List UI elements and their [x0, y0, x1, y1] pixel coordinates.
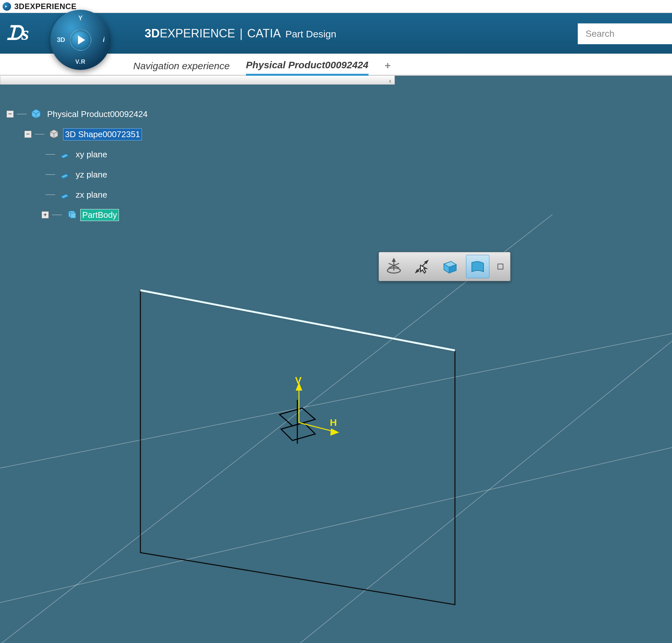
collapse-icon[interactable]: − — [24, 131, 32, 138]
sketch-plane — [140, 291, 455, 605]
svg-marker-29 — [420, 265, 426, 273]
viewport-3d[interactable]: V H − Physical Product00092424 − 3D Shap… — [0, 85, 672, 643]
tree-plane-xy[interactable]: xy plane — [46, 144, 149, 165]
brand-light: EXPERIENCE — [160, 27, 235, 40]
compass-play-button[interactable] — [70, 29, 91, 51]
box-icon — [441, 257, 459, 276]
tree-root-label[interactable]: Physical Product00092424 — [46, 109, 149, 120]
tree-plane-yz[interactable]: yz plane — [46, 165, 149, 185]
svg-marker-18 — [61, 194, 69, 198]
depth-effect-button[interactable] — [438, 255, 462, 278]
shape-icon — [48, 128, 60, 141]
tree-shape[interactable]: − 3D Shape00072351 — [24, 124, 149, 144]
module-name: Part Design — [285, 28, 336, 40]
svg-line-4 — [140, 290, 455, 350]
compass-south[interactable]: V.R — [75, 59, 85, 65]
tree-plane-label[interactable]: zx plane — [74, 189, 109, 201]
tree-partbody[interactable]: + PartBody — [41, 205, 149, 225]
svg-line-10 — [299, 423, 335, 432]
tree-connector — [52, 215, 62, 215]
context-toolbar[interactable] — [379, 252, 511, 281]
tree-root[interactable]: − Physical Product00092424 — [7, 104, 149, 124]
svg-line-0 — [0, 312, 672, 481]
tree-connector — [46, 174, 55, 175]
app-icon — [3, 2, 11, 11]
compass-north[interactable]: Y — [78, 14, 83, 22]
expand-icon[interactable]: + — [41, 211, 49, 218]
normal-view-button[interactable] — [410, 255, 433, 278]
robot-icon — [385, 257, 403, 276]
tab-navigation-experience[interactable]: Navigation experience — [133, 60, 230, 75]
plane-icon — [59, 168, 71, 181]
collapse-icon[interactable]: − — [7, 110, 14, 118]
svg-marker-17 — [61, 174, 69, 179]
plane-icon — [59, 148, 71, 161]
tree-connector — [35, 134, 45, 135]
svg-line-1 — [0, 423, 672, 618]
brand-bar: ᗪs Y V.R 3D i 3DEXPERIENCE | CATIA Part … — [0, 13, 672, 53]
plane-icon — [59, 189, 71, 201]
stop-button[interactable] — [494, 255, 507, 278]
ds-logo[interactable]: ᗪs — [7, 22, 28, 45]
product-icon — [30, 108, 42, 120]
sheet-icon — [468, 257, 487, 276]
partbody-icon — [65, 209, 77, 221]
svg-marker-25 — [392, 259, 395, 262]
tree-connector — [17, 114, 27, 114]
brand-divider: | — [240, 27, 242, 40]
tree-plane-label[interactable]: yz plane — [74, 169, 109, 180]
compass-east[interactable]: i — [103, 36, 105, 44]
svg-line-3 — [228, 254, 672, 643]
tab-add-button[interactable]: + — [385, 60, 391, 75]
app-name: CATIA — [247, 27, 281, 40]
svg-marker-11 — [331, 429, 338, 435]
tree-partbody-label[interactable]: PartBody — [81, 209, 119, 221]
play-icon — [78, 35, 85, 45]
app-title: 3DEXPERIENCE | CATIA Part Design — [145, 27, 336, 40]
compass-west[interactable]: 3D — [57, 36, 65, 44]
axis-v-label: V — [295, 375, 302, 386]
tree-connector — [46, 154, 55, 155]
stop-icon — [498, 264, 503, 269]
cutting-plane-button[interactable] — [466, 255, 489, 278]
tree-plane-zx[interactable]: zx plane — [46, 185, 149, 205]
robot-manipulator-button[interactable] — [382, 255, 405, 278]
tree-plane-label[interactable]: xy plane — [74, 149, 109, 160]
tab-physical-product[interactable]: Physical Product00092424 — [246, 60, 368, 76]
chevron-left-icon[interactable]: ‹ — [389, 77, 391, 85]
window-title: 3DEXPERIENCE — [14, 2, 76, 11]
cursor-arrows-icon — [413, 257, 431, 276]
spec-tree[interactable]: − Physical Product00092424 − 3D Shape000… — [7, 104, 149, 225]
svg-marker-16 — [61, 154, 69, 158]
brand-bold: 3D — [145, 27, 160, 40]
svg-marker-28 — [416, 270, 418, 272]
svg-marker-27 — [425, 261, 428, 263]
compass[interactable]: Y V.R 3D i — [50, 10, 110, 70]
axis-h-label: H — [330, 417, 337, 428]
tree-shape-label[interactable]: 3D Shape00072351 — [63, 129, 142, 140]
window-title-bar: 3DEXPERIENCE — [0, 0, 672, 13]
tree-connector — [46, 194, 55, 195]
search-input[interactable] — [578, 23, 672, 44]
